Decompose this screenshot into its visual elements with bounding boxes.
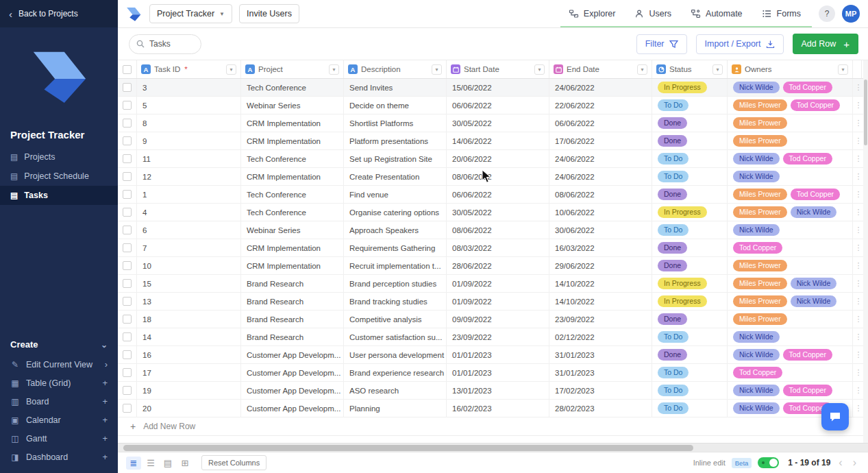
cell-task-id[interactable]: 10: [137, 257, 241, 274]
row-menu[interactable]: ⋮: [853, 186, 864, 203]
help-button[interactable]: ?: [819, 5, 835, 22]
cell-description[interactable]: Brand experience research: [344, 364, 447, 381]
cell-description[interactable]: Send Invites: [344, 79, 447, 96]
cell-project[interactable]: CRM Implementation: [241, 239, 344, 256]
cell-task-id[interactable]: 18: [137, 311, 241, 328]
create-item-table-grid[interactable]: ▦Table (Grid)+: [0, 374, 118, 392]
cell-description[interactable]: Customer satisfaction su...: [344, 328, 447, 345]
cell-description[interactable]: Set up Registration Site: [344, 150, 447, 167]
cell-owners[interactable]: Miles ProwerNick Wilde: [728, 204, 853, 221]
cell-project[interactable]: Tech Conference: [241, 150, 344, 167]
cell-end-date[interactable]: 24/06/2022: [549, 150, 652, 167]
cell-owners[interactable]: Tod Copper: [728, 239, 853, 256]
cell-status[interactable]: To Do: [652, 364, 728, 381]
plus-icon[interactable]: +: [102, 396, 108, 407]
cell-description[interactable]: Requirements Gathering: [344, 239, 447, 256]
cell-start-date[interactable]: 08/06/2022: [447, 221, 549, 239]
cell-start-date[interactable]: 01/09/2022: [447, 275, 549, 292]
row-menu[interactable]: ⋮: [853, 168, 864, 185]
cell-project[interactable]: Brand Research: [241, 328, 344, 345]
cell-owners[interactable]: Miles ProwerNick Wilde: [728, 293, 853, 310]
cell-project[interactable]: Customer App Developm...: [241, 400, 344, 417]
grid-blocks-icon[interactable]: ⊞: [177, 457, 193, 470]
cell-task-id[interactable]: 8: [137, 114, 241, 132]
sidebar-item-tasks[interactable]: ▤Tasks: [0, 186, 118, 205]
cell-task-id[interactable]: 5: [137, 97, 241, 114]
row-menu[interactable]: ⋮: [853, 311, 864, 328]
cell-description[interactable]: User persona development: [344, 346, 447, 363]
cell-end-date[interactable]: 24/06/2022: [549, 79, 652, 96]
column-header-start-date[interactable]: Start Date▾: [447, 60, 549, 78]
cell-start-date[interactable]: 15/06/2022: [447, 79, 549, 96]
row-menu[interactable]: ⋮: [853, 204, 864, 221]
cell-project[interactable]: Tech Conference: [241, 204, 344, 221]
cell-description[interactable]: Brand perception studies: [344, 275, 447, 292]
density-compact-icon[interactable]: ≣: [126, 457, 141, 470]
row-checkbox[interactable]: [123, 226, 132, 234]
cell-description[interactable]: ASO research: [344, 382, 447, 399]
cell-status[interactable]: Done: [652, 114, 728, 132]
cell-project[interactable]: CRM Implementation: [241, 114, 344, 132]
filter-button[interactable]: Filter: [636, 34, 687, 54]
cell-start-date[interactable]: 06/06/2022: [447, 186, 549, 203]
row-checkbox[interactable]: [123, 368, 132, 377]
row-menu[interactable]: ⋮: [853, 400, 864, 417]
cell-description[interactable]: Decide on theme: [344, 97, 447, 114]
column-menu-owners[interactable]: ▾: [838, 64, 848, 75]
cell-end-date[interactable]: 14/10/2022: [549, 293, 652, 310]
cell-status[interactable]: Done: [652, 311, 728, 328]
row-checkbox[interactable]: [123, 297, 132, 306]
cell-end-date[interactable]: 10/06/2022: [549, 204, 652, 221]
cell-description[interactable]: Shortlist Platforms: [344, 114, 447, 132]
cell-task-id[interactable]: 4: [137, 204, 241, 221]
cell-status[interactable]: In Progress: [652, 293, 728, 310]
cell-description[interactable]: Find venue: [344, 186, 447, 203]
horizontal-scrollbar-thumb[interactable]: [123, 445, 693, 451]
cell-end-date[interactable]: 17/06/2022: [549, 132, 652, 149]
cell-start-date[interactable]: 30/05/2022: [447, 114, 549, 132]
cell-start-date[interactable]: 01/01/2023: [447, 364, 549, 381]
cell-end-date[interactable]: 29/06/2022: [549, 257, 652, 274]
vertical-scrollbar[interactable]: [863, 60, 868, 443]
chat-widget-button[interactable]: [821, 403, 849, 430]
row-checkbox[interactable]: [123, 243, 132, 252]
cell-description[interactable]: Competitive analysis: [344, 311, 447, 328]
row-menu[interactable]: ⋮: [853, 114, 864, 132]
cell-owners[interactable]: Nick WildeTod Copper: [728, 382, 853, 399]
cell-status[interactable]: Done: [652, 132, 728, 149]
cell-start-date[interactable]: 06/06/2022: [447, 97, 549, 114]
column-menu-end-date[interactable]: ▾: [637, 64, 647, 75]
nav-automate[interactable]: Automate: [691, 9, 743, 19]
nav-explorer[interactable]: Explorer: [569, 9, 616, 19]
cell-owners[interactable]: Nick WildeTod Copper: [728, 79, 853, 96]
row-checkbox[interactable]: [123, 83, 132, 92]
cell-status[interactable]: To Do: [652, 400, 728, 417]
row-menu[interactable]: ⋮: [853, 346, 864, 363]
horizontal-scrollbar[interactable]: [118, 443, 868, 452]
cell-start-date[interactable]: 01/09/2022: [447, 293, 549, 310]
user-avatar[interactable]: MP: [842, 5, 860, 23]
cell-status[interactable]: Done: [652, 186, 728, 203]
cell-project[interactable]: Brand Research: [241, 311, 344, 328]
create-item-gantt[interactable]: ◫Gantt+: [0, 429, 118, 448]
plus-icon[interactable]: +: [102, 378, 108, 388]
row-menu[interactable]: ⋮: [853, 97, 864, 114]
cell-owners[interactable]: Miles Prower: [728, 257, 853, 274]
cell-end-date[interactable]: 16/03/2022: [549, 239, 652, 256]
row-checkbox[interactable]: [123, 190, 132, 199]
cell-status[interactable]: To Do: [652, 221, 728, 239]
row-checkbox[interactable]: [123, 119, 132, 128]
cell-status[interactable]: In Progress: [652, 275, 728, 292]
column-header-end-date[interactable]: End Date▾: [549, 60, 652, 78]
cell-description[interactable]: Platform presentations: [344, 132, 447, 149]
column-header-task-id[interactable]: ATask ID*▾: [137, 60, 241, 78]
cell-start-date[interactable]: 14/06/2022: [447, 132, 549, 149]
cell-start-date[interactable]: 28/06/2022: [447, 257, 549, 274]
cell-project[interactable]: Customer App Developm...: [241, 346, 344, 363]
cell-task-id[interactable]: 13: [137, 293, 241, 310]
cell-start-date[interactable]: 16/02/2023: [447, 400, 549, 417]
column-menu-project[interactable]: ▾: [329, 64, 339, 75]
row-menu[interactable]: ⋮: [853, 293, 864, 310]
cell-project[interactable]: Webinar Series: [241, 221, 344, 239]
cell-task-id[interactable]: 6: [137, 221, 241, 239]
